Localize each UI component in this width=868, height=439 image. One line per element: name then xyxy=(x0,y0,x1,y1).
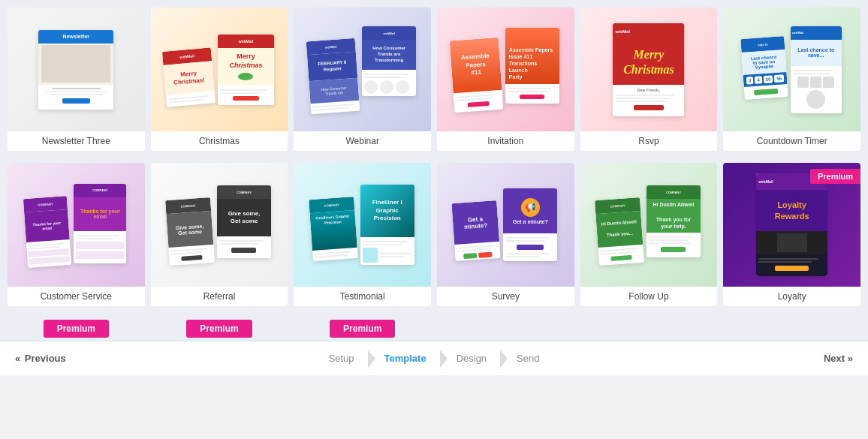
nav-next-button[interactable]: Next » xyxy=(809,341,868,375)
bottom-premium-cell-4 xyxy=(580,317,718,341)
template-card-webinar[interactable]: webMail FEBRUARY 8Register How ConsumerT… xyxy=(294,8,431,151)
nav-step-send[interactable]: Send xyxy=(502,353,554,364)
template-card-newsletter-three[interactable]: Newsletter xyxy=(8,8,145,151)
template-card-loyalty[interactable]: Premium webMail LoyaltyRewards xyxy=(723,163,860,306)
card-label-customer-service: Customer Service xyxy=(8,287,145,306)
template-card-survey[interactable]: Get a minute? xyxy=(437,163,574,306)
nav-step-template[interactable]: Template xyxy=(369,353,442,364)
bottom-premium-cell-3 xyxy=(437,317,574,341)
template-card-testimonial[interactable]: COMPANY Finelliner | GraphicPrecision xyxy=(294,163,431,306)
prev-arrow-icon: « xyxy=(15,353,20,364)
template-card-rsvp[interactable]: webMail MerryChristmas Dear Friends, xyxy=(580,8,718,151)
card-label-rsvp: Rsvp xyxy=(580,131,718,151)
bottom-premium-cell-1: Premium xyxy=(151,317,288,341)
next-label: Next » xyxy=(824,353,853,364)
template-card-follow-up[interactable]: COMPANY Hi Dustin AbwellThank you... xyxy=(580,163,718,306)
card-label-christmas: Christmas xyxy=(151,131,288,151)
card-label-countdown-timer: Countdown Timer xyxy=(723,131,860,151)
bottom-premium-cell-2: Premium xyxy=(294,317,431,341)
step-template-label: Template xyxy=(384,353,426,364)
main-content: Newsletter xyxy=(0,0,868,341)
prev-label: Previous xyxy=(25,353,66,364)
step-send-label: Send xyxy=(517,353,539,364)
nav-step-setup[interactable]: Setup xyxy=(314,353,369,364)
nav-prev-button[interactable]: « Previous xyxy=(0,341,81,375)
template-card-customer-service[interactable]: COMPANY Thanks for youremail xyxy=(8,163,145,306)
template-card-referral[interactable]: COMPANY Give some,Get some COMPAN xyxy=(151,163,288,306)
premium-badge-loyalty: Premium xyxy=(810,169,860,184)
template-card-countdown-timer[interactable]: Sign In Last chanceto save onSynapse 3 4… xyxy=(723,8,860,151)
template-card-christmas[interactable]: webMail MerryChristmas! webMail xyxy=(151,8,288,151)
template-grid-row2: COMPANY Thanks for youremail xyxy=(8,163,860,312)
card-label-survey: Survey xyxy=(437,287,574,306)
template-card-invitation[interactable]: AssemblePapers#11 Assemble PapersIssue #… xyxy=(437,8,574,151)
premium-button-referral[interactable]: Premium xyxy=(186,320,252,338)
card-label-follow-up: Follow Up xyxy=(580,287,718,306)
card-label-newsletter-three: Newsletter Three xyxy=(8,131,145,151)
nav-steps: Setup Template Design Send xyxy=(314,353,555,364)
step-setup-label: Setup xyxy=(329,353,354,364)
premium-button-customer-service[interactable]: Premium xyxy=(44,320,109,338)
card-label-referral: Referral xyxy=(151,287,288,306)
step-design-label: Design xyxy=(457,353,487,364)
bottom-premium-row: Premium Premium Premium xyxy=(8,317,860,341)
card-label-loyalty: Loyalty xyxy=(723,287,860,306)
bottom-premium-cell-5 xyxy=(723,317,860,341)
premium-button-testimonial[interactable]: Premium xyxy=(330,320,395,338)
card-label-webinar: Webinar xyxy=(294,131,431,151)
card-label-invitation: Invitation xyxy=(437,131,574,151)
footer-nav: « Previous Setup Template Design Send Ne… xyxy=(0,341,868,375)
template-grid-row1: Newsletter xyxy=(8,8,860,157)
bottom-premium-cell-0: Premium xyxy=(8,317,145,341)
nav-step-design[interactable]: Design xyxy=(442,353,502,364)
card-label-testimonial: Testimonial xyxy=(294,287,431,306)
